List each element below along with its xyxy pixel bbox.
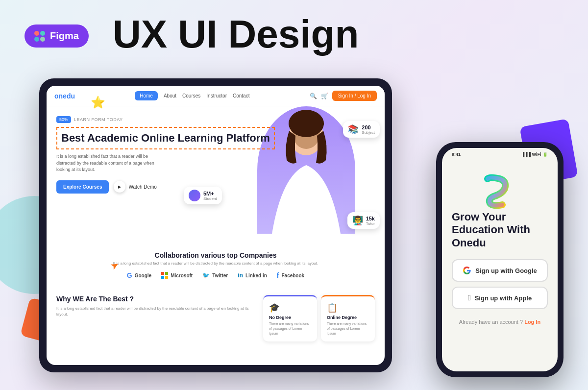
companies-section: Collaboration various top Companies It i… xyxy=(47,244,385,287)
tablet-nav-links: Home About Courses Instructor Contact xyxy=(83,91,302,100)
subjects-stat-bubble: 📚 200 Subject xyxy=(343,121,380,138)
twitter-label: Twitter xyxy=(212,273,228,278)
figma-badge: Figma xyxy=(24,24,89,48)
tablet-logo: onedu xyxy=(54,92,75,100)
apple-signup-button[interactable]:  Sign up with Apple xyxy=(452,287,548,309)
tablet-nav-right: 🔍 🛒 Sign In / Log In xyxy=(310,91,377,101)
nav-courses-link[interactable]: Courses xyxy=(182,93,200,98)
main-title-area: UX UI Design xyxy=(113,15,359,54)
figma-icon xyxy=(34,31,45,42)
degree-cards: 🎓 No Degree There are many variations of… xyxy=(263,295,375,341)
students-label: Student xyxy=(203,196,217,201)
no-degree-card: 🎓 No Degree There are many variations of… xyxy=(263,295,317,341)
students-count: 5M+ xyxy=(203,191,217,196)
online-degree-text: There are many variations of passages of… xyxy=(327,321,369,336)
phone-status-bar: 9:41 ▐▐▐ WiFi 🔋 xyxy=(442,152,558,157)
companies-title: Collaboration various top Companies xyxy=(56,251,375,259)
microsoft-icon xyxy=(161,272,168,279)
tablet-screen: onedu Home About Courses Instructor Cont… xyxy=(47,86,385,365)
subjects-label: Subject xyxy=(362,130,375,135)
apple-signup-label: Sign up with Apple xyxy=(475,294,532,302)
no-degree-icon: 🎓 xyxy=(269,302,311,313)
phone-screen: 9:41 ▐▐▐ WiFi 🔋 Grow Your xyxy=(442,148,558,371)
google-label: Google xyxy=(135,273,151,278)
tablet-mockup: onedu Home About Courses Instructor Cont… xyxy=(39,78,392,372)
online-degree-title: Online Degree xyxy=(327,315,369,320)
phone-time: 9:41 xyxy=(452,152,461,157)
why-subtext: It is a long established fact that a rea… xyxy=(56,306,255,317)
badge-learn: LEARN FORM TODAY xyxy=(74,117,123,122)
hero-left-content: 50% LEARN FORM TODAY Best Academic Onlin… xyxy=(56,116,375,239)
play-icon: ▶ xyxy=(114,181,125,193)
hero-subtext: It is a long established fact that a rea… xyxy=(56,153,164,173)
nav-contact-link[interactable]: Contact xyxy=(233,93,249,98)
no-degree-text: There are many variations of passages of… xyxy=(269,321,311,336)
tutor-icon: 👨‍🏫 xyxy=(352,215,363,226)
linkedin-icon: in xyxy=(238,272,243,279)
nav-instructor-link[interactable]: Instructor xyxy=(206,93,227,98)
login-link[interactable]: Log In xyxy=(524,319,540,325)
watch-demo-button[interactable]: ▶ Watch Demo xyxy=(114,181,156,193)
online-degree-card: 📋 Online Degree There are many variation… xyxy=(321,295,375,341)
microsoft-label: Microsoft xyxy=(171,273,193,278)
why-title: Why WE Are The Best ? xyxy=(56,295,255,303)
linkedin-label: Linked in xyxy=(245,273,267,278)
search-icon[interactable]: 🔍 xyxy=(310,93,317,99)
company-linkedin: in Linked in xyxy=(238,272,267,279)
signin-button[interactable]: Sign In / Log In xyxy=(332,91,377,101)
tutor-count: 15k xyxy=(366,216,375,221)
phone-footer: Already have an account ? Log In xyxy=(459,319,540,325)
students-stat-bubble: 5M+ Student xyxy=(184,187,222,204)
online-degree-icon: 📋 xyxy=(327,302,369,313)
google-signup-button[interactable]: Sign up with Google xyxy=(452,259,548,282)
phone-tagline: Grow Your Education With Onedu xyxy=(452,211,548,249)
star-decoration: ⭐ xyxy=(91,96,105,109)
tablet-hero-section: 50% LEARN FORM TODAY Best Academic Onlin… xyxy=(47,106,385,244)
books-icon: 📚 xyxy=(348,124,359,135)
phone-footer-text: Already have an account ? xyxy=(459,319,523,325)
company-google: G Google xyxy=(127,271,151,279)
companies-subtext: It is a long established fact that a rea… xyxy=(56,261,375,266)
hero-headline: Best Academic Online Learning Platform xyxy=(56,127,275,149)
hero-badge: 50% LEARN FORM TODAY xyxy=(56,116,375,123)
companies-row: G Google Microsoft 🐦 Twitter in Linke xyxy=(56,271,375,279)
watch-demo-label: Watch Demo xyxy=(128,184,156,190)
tutor-label: Tutor xyxy=(366,221,375,226)
apple-icon:  xyxy=(468,293,471,302)
no-degree-title: No Degree xyxy=(269,315,311,320)
company-facebook: f Facebook xyxy=(277,271,304,279)
page-title: UX UI Design xyxy=(113,15,359,54)
cart-icon[interactable]: 🛒 xyxy=(321,93,328,99)
google-icon: G xyxy=(127,271,132,279)
google-signup-label: Sign up with Google xyxy=(475,267,537,274)
twitter-icon: 🐦 xyxy=(202,272,210,279)
nav-about-link[interactable]: About xyxy=(164,93,176,98)
facebook-label: Facebook xyxy=(281,273,304,278)
tutor-stat-bubble: 👨‍🏫 15k Tutor xyxy=(347,212,380,229)
company-twitter: 🐦 Twitter xyxy=(202,272,228,279)
badge-discount: 50% xyxy=(56,116,71,123)
nav-home-button[interactable]: Home xyxy=(135,91,158,100)
student-avatar xyxy=(189,190,200,201)
phone-signal: ▐▐▐ WiFi 🔋 xyxy=(521,152,548,157)
z-logo xyxy=(480,171,519,211)
why-left: Why WE Are The Best ? It is a long estab… xyxy=(56,295,255,341)
company-microsoft: Microsoft xyxy=(161,272,193,279)
subjects-count: 200 xyxy=(362,124,375,130)
explore-courses-button[interactable]: Explore Courses xyxy=(56,180,109,194)
facebook-icon: f xyxy=(277,271,279,279)
google-btn-icon xyxy=(463,266,471,275)
figma-label: Figma xyxy=(50,30,79,42)
phone-mockup: 9:41 ▐▐▐ WiFi 🔋 Grow Your xyxy=(436,142,564,377)
why-best-section: Why WE Are The Best ? It is a long estab… xyxy=(47,287,385,341)
